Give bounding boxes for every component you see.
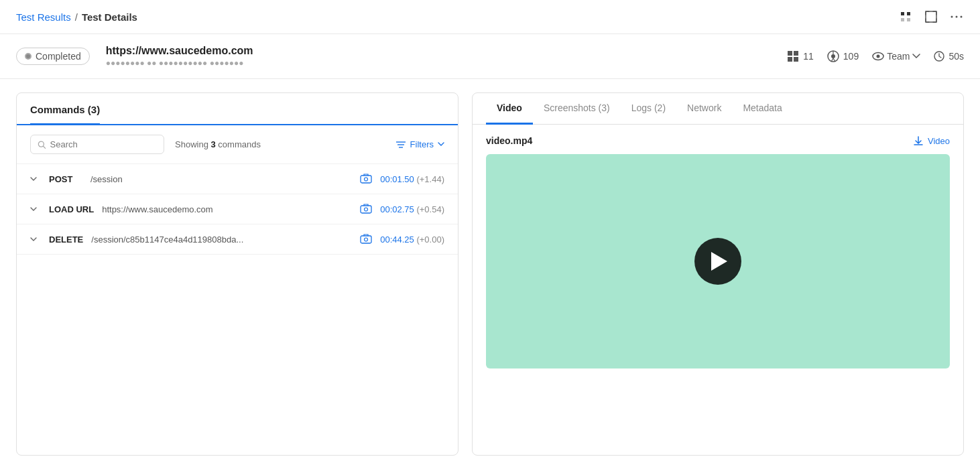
status-bar: Completed https://www.saucedemo.com ●●●●… bbox=[0, 34, 980, 79]
chevron-down-icon bbox=[912, 54, 920, 59]
table-row[interactable]: POST /session 00:01.50 (+1.44) bbox=[17, 164, 458, 194]
chrome-icon bbox=[827, 50, 839, 62]
command-method: LOAD URL bbox=[49, 204, 94, 214]
team-label: Team bbox=[887, 51, 910, 62]
showing-prefix: Showing bbox=[175, 139, 208, 149]
table-row[interactable]: LOAD URL https://www.saucedemo.com 00:02… bbox=[17, 194, 458, 224]
download-icon bbox=[913, 135, 924, 146]
test-url: https://www.saucedemo.com bbox=[106, 45, 772, 57]
breadcrumb: Test Results / Test Details bbox=[16, 11, 137, 23]
header-actions bbox=[898, 9, 964, 24]
table-row[interactable]: DELETE /session/c85b1147ce4a4d119808bda.… bbox=[17, 224, 458, 255]
clock-icon bbox=[934, 51, 944, 62]
chrome-stat: 109 bbox=[827, 50, 859, 62]
screenshot-icon bbox=[360, 204, 372, 214]
filters-button[interactable]: Filters bbox=[395, 139, 444, 149]
svg-point-9 bbox=[831, 54, 835, 58]
status-label: Completed bbox=[36, 51, 81, 62]
svg-point-1 bbox=[951, 16, 953, 18]
row-chevron-icon bbox=[30, 204, 41, 214]
filters-label: Filters bbox=[410, 139, 434, 149]
windows-count: 11 bbox=[803, 51, 814, 62]
windows-stat: 11 bbox=[787, 50, 814, 62]
breadcrumb-current: Test Details bbox=[82, 11, 137, 23]
svg-point-24 bbox=[365, 208, 368, 211]
command-method: POST bbox=[49, 174, 82, 184]
windows-icon bbox=[787, 50, 799, 62]
video-area: video.mp4 Video bbox=[473, 125, 963, 455]
breadcrumb-separator: / bbox=[75, 11, 78, 23]
svg-rect-21 bbox=[361, 176, 371, 183]
svg-point-3 bbox=[961, 16, 963, 18]
grid-icon-button[interactable] bbox=[898, 9, 913, 24]
download-label: Video bbox=[928, 136, 950, 146]
search-input[interactable] bbox=[50, 139, 157, 149]
commands-toolbar: Showing 3 commands Filters bbox=[17, 125, 458, 164]
video-header: video.mp4 Video bbox=[486, 135, 950, 146]
play-triangle-icon bbox=[711, 252, 727, 271]
tab-network[interactable]: Network bbox=[676, 93, 732, 125]
command-list: POST /session 00:01.50 (+1.44) LOAD URL bbox=[17, 164, 458, 455]
svg-rect-4 bbox=[788, 51, 792, 56]
tabs-bar: Video Screenshots (3) Logs (2) Network M… bbox=[473, 93, 963, 125]
svg-rect-23 bbox=[361, 206, 371, 213]
row-chevron-icon bbox=[30, 174, 41, 184]
showing-count: 3 bbox=[211, 139, 216, 149]
command-time: 00:01.50 (+1.44) bbox=[380, 174, 444, 184]
screenshot-icon bbox=[360, 234, 372, 245]
search-icon bbox=[38, 140, 46, 149]
command-path: https://www.saucedemo.com bbox=[102, 204, 352, 214]
commands-panel-header: Commands (3) bbox=[17, 93, 458, 125]
command-path: /session/c85b1147ce4a4d119808bda... bbox=[91, 234, 352, 245]
tab-logs[interactable]: Logs (2) bbox=[621, 93, 676, 125]
download-video-button[interactable]: Video bbox=[913, 135, 950, 146]
command-path: /session bbox=[90, 174, 352, 184]
video-player[interactable] bbox=[486, 154, 950, 368]
right-panel: Video Screenshots (3) Logs (2) Network M… bbox=[472, 92, 964, 456]
row-chevron-icon bbox=[30, 234, 41, 244]
command-method: DELETE bbox=[49, 234, 83, 245]
tab-metadata[interactable]: Metadata bbox=[732, 93, 792, 125]
filters-icon bbox=[395, 140, 406, 149]
svg-point-2 bbox=[956, 16, 958, 18]
breadcrumb-link[interactable]: Test Results bbox=[16, 11, 71, 23]
stat-group: 11 109 Team bbox=[787, 50, 964, 62]
command-time: 00:02.75 (+0.54) bbox=[380, 204, 444, 214]
eye-icon bbox=[872, 52, 884, 61]
main-content: Commands (3) Showing 3 commands bbox=[0, 79, 980, 469]
commands-panel: Commands (3) Showing 3 commands bbox=[16, 92, 458, 456]
showing-suffix: commands bbox=[218, 139, 261, 149]
tab-video[interactable]: Video bbox=[486, 93, 533, 125]
chrome-count: 109 bbox=[843, 51, 859, 62]
duration-value: 50s bbox=[948, 51, 964, 62]
expand-icon-button[interactable] bbox=[924, 9, 938, 24]
svg-rect-5 bbox=[794, 51, 798, 56]
team-selector[interactable]: Team bbox=[872, 51, 920, 62]
filters-chevron-icon bbox=[438, 142, 444, 147]
search-box bbox=[30, 135, 164, 154]
status-dot-icon bbox=[25, 53, 32, 60]
command-time: 00:44.25 (+0.00) bbox=[380, 234, 444, 245]
commands-panel-title: Commands (3) bbox=[30, 104, 100, 125]
screenshot-icon bbox=[360, 174, 372, 184]
showing-text: Showing 3 commands bbox=[175, 139, 385, 149]
svg-rect-7 bbox=[794, 57, 798, 62]
svg-rect-0 bbox=[926, 11, 936, 22]
svg-point-22 bbox=[365, 178, 368, 181]
svg-rect-6 bbox=[788, 57, 792, 62]
status-badge: Completed bbox=[16, 48, 90, 65]
duration-stat: 50s bbox=[934, 51, 964, 62]
test-url-group: https://www.saucedemo.com ●●●●●●●● ●● ●●… bbox=[106, 45, 772, 68]
svg-line-17 bbox=[44, 146, 46, 148]
tab-screenshots[interactable]: Screenshots (3) bbox=[533, 93, 621, 125]
svg-rect-25 bbox=[361, 236, 371, 243]
play-button[interactable] bbox=[694, 238, 741, 285]
svg-point-26 bbox=[365, 238, 368, 241]
test-meta: ●●●●●●●● ●● ●●●●●●●●●● ●●●●●●● bbox=[106, 58, 772, 68]
more-menu-button[interactable] bbox=[949, 9, 964, 24]
svg-point-14 bbox=[877, 55, 880, 58]
video-filename: video.mp4 bbox=[486, 135, 532, 146]
